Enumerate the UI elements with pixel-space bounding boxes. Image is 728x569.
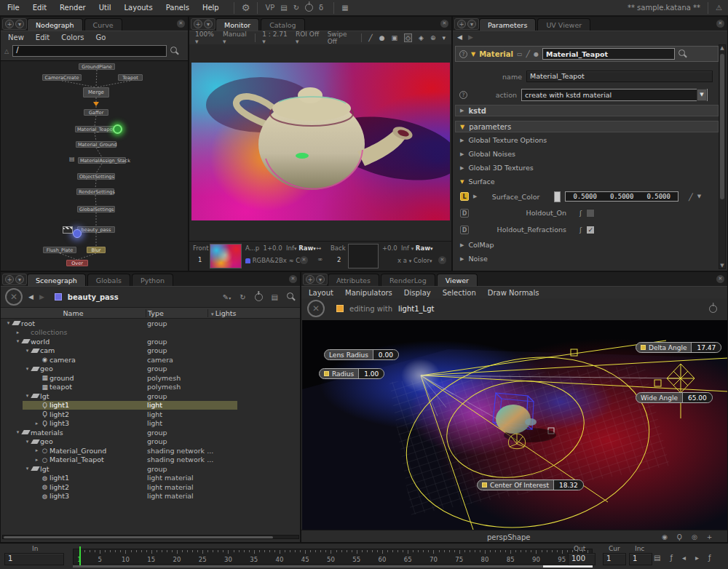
help-icon[interactable]: ? [459, 91, 467, 99]
menu-item-util[interactable]: Util [99, 4, 111, 12]
menu-item-layout[interactable]: Layout [309, 289, 333, 297]
in-frame-field[interactable]: 1 [4, 553, 64, 565]
collapsed-triangle-icon[interactable]: ▶ [460, 165, 464, 171]
manipulator-pill-delta-angle[interactable]: Delta Angle17.47 [636, 342, 721, 353]
pill-value[interactable]: 17.47 [691, 343, 721, 352]
loop-icon[interactable]: ↻ [293, 4, 299, 12]
expander-open-icon[interactable]: ▾ [24, 393, 31, 399]
tab-parameters[interactable]: Parameters [479, 18, 536, 31]
comment-icon[interactable]: ● [379, 34, 385, 41]
menu-item-help[interactable]: Help [202, 4, 219, 12]
node-materialassign-stack[interactable]: MaterialAssign_Stack [78, 157, 126, 164]
collapsed-triangle-icon[interactable]: ▶ [460, 151, 464, 157]
menu-item-layouts[interactable]: Layouts [124, 4, 153, 12]
prev-key-icon[interactable]: ƒ [670, 554, 673, 562]
scroll-down-icon[interactable]: ▼ [719, 263, 725, 268]
panel-menu-icon[interactable]: ▾ [316, 275, 325, 284]
panel-add-icon[interactable]: + [306, 275, 314, 284]
close-icon[interactable]: ✕ [716, 20, 724, 28]
scenegraph-row-materials[interactable]: ▾materialsgroup [1, 428, 300, 437]
edit-flag-icon[interactable] [73, 229, 82, 238]
rename-icon[interactable]: ▭ [517, 51, 523, 57]
scenegraph-row-geo[interactable]: ▾geogroup [1, 365, 300, 374]
power-icon[interactable] [305, 4, 313, 12]
expanded-triangle-icon[interactable]: ▼ [460, 124, 464, 130]
fit-view-icon[interactable]: ◇ [404, 33, 412, 42]
help-icon[interactable]: ? [459, 50, 467, 58]
param-row-global-3d-textures[interactable]: ▶Global 3D Textures [460, 161, 716, 175]
menu-item-go[interactable]: Go [96, 33, 106, 41]
menu-item-panels[interactable]: Panels [166, 4, 189, 12]
add-view-icon[interactable]: + [707, 533, 713, 541]
expression-pen-icon[interactable]: ╱ [689, 193, 693, 201]
param-row-holdout-on[interactable]: DHoldout_Onʃ [460, 204, 716, 221]
monitor-control-swipe-off[interactable]: Swipe Off [328, 31, 355, 45]
scenegraph-row-light2[interactable]: ◍light2light material [1, 482, 300, 492]
horizontal-scrollbar[interactable] [2, 535, 299, 539]
tab-python[interactable]: Python [132, 274, 173, 286]
scrollbar-handle[interactable] [720, 54, 724, 199]
node-gaffer[interactable]: Gaffer [84, 109, 108, 116]
panel-add-icon[interactable]: + [5, 275, 14, 284]
nodegraph-canvas[interactable]: GroundPlaneCameraCreateTeapotMergeGaffer… [1, 60, 188, 271]
close-icon[interactable]: ✕ [177, 20, 185, 28]
expander-open-icon[interactable]: ▾ [24, 348, 31, 354]
out-frame-field[interactable]: 100 [568, 553, 596, 565]
node-name-field[interactable]: Material_Teapot [542, 48, 675, 60]
node-blur[interactable]: Blur [87, 247, 106, 253]
close-icon[interactable]: ✕ [716, 275, 724, 283]
state-badge[interactable]: L [460, 192, 469, 201]
slate-icon[interactable]: ▤ [272, 293, 278, 301]
monitor-control-1-2-71[interactable]: 1 : 2.71 ▾ [262, 31, 289, 45]
scenegraph-row-light1[interactable]: Ϙlight1light [1, 401, 300, 410]
look-through-icon[interactable]: ◉ [662, 533, 668, 541]
comment-icon[interactable]: ● [534, 51, 539, 57]
history-forward-icon[interactable]: ▶ [39, 293, 44, 301]
step-back-icon[interactable]: ◂ [682, 554, 686, 562]
scroll-up-icon[interactable]: ▲ [719, 45, 725, 51]
increment-field[interactable]: 1 [629, 553, 652, 565]
history-back-icon[interactable]: ◀ [28, 293, 33, 301]
collapsed-triangle-icon[interactable]: ▶ [473, 194, 477, 199]
back-arrow-icon[interactable]: ◀ [457, 33, 462, 41]
swap-arrows-icon[interactable]: ↔ [316, 244, 321, 252]
tab-renderlog[interactable]: RenderLog [381, 274, 435, 286]
pill-value[interactable]: 18.32 [553, 480, 583, 490]
menu-item-edit[interactable]: Edit [33, 4, 47, 12]
scenegraph-row-cam[interactable]: ▾camgroup [1, 346, 300, 356]
node-merge[interactable]: Merge [83, 87, 109, 98]
scenegraph-row-lgt[interactable]: ▾lgtgroup [1, 464, 300, 474]
warning-icon[interactable]: ⚠ [716, 4, 722, 12]
param-row-global-noises[interactable]: ▶Global Noises [460, 147, 716, 161]
film-icon[interactable]: ▦ [341, 4, 348, 12]
viewport-3d[interactable]: Lens Radius0.00Radius1.00Delta Angle17.4… [302, 320, 728, 530]
stopwatch-icon[interactable]: ʃ [579, 226, 582, 234]
tab-curve[interactable]: Curve [84, 18, 122, 31]
collapsed-triangle-icon[interactable]: ▶ [460, 256, 464, 262]
scenegraph-row-light1[interactable]: ◍light1light material [1, 474, 300, 483]
tab-attributes[interactable]: Attributes [328, 274, 379, 286]
expander-closed-icon[interactable]: ▸ [33, 447, 40, 453]
view-flag-icon[interactable] [113, 124, 122, 134]
search-icon[interactable] [170, 47, 179, 55]
camera-name[interactable]: perspShape [487, 533, 530, 541]
manipulator-pill-wide-angle[interactable]: Wide Angle65.00 [636, 392, 713, 403]
search-icon[interactable] [287, 293, 296, 301]
manipulator-pill-radius[interactable]: Radius1.00 [319, 368, 384, 379]
expanded-triangle-icon[interactable]: ▼ [460, 179, 464, 185]
scenegraph-row-light2[interactable]: Ϙlight2light [1, 410, 300, 419]
scenegraph-row-teapot[interactable]: ▦teapotpolymesh [1, 383, 300, 392]
param-row-holdout-refractions[interactable]: DHoldout_Refractionsʃ✓ [460, 221, 716, 238]
node-teapot[interactable]: Teapot [118, 74, 143, 81]
scenegraph-row-material-teapot[interactable]: ▸○Material_Teapotshading network ... [1, 455, 300, 465]
monitor-control-roi-off[interactable]: ROI Off ▾ [296, 31, 321, 45]
scenegraph-row-lgt[interactable]: ▾lgtgroup [1, 391, 300, 401]
node-groundplane[interactable]: GroundPlane [79, 63, 115, 70]
param-row-colmap[interactable]: ▶ColMap [460, 238, 716, 252]
menu-item-selection[interactable]: Selection [443, 289, 476, 297]
annotate-pen-icon[interactable]: ╱ [368, 34, 372, 41]
panel-add-icon[interactable]: + [457, 20, 466, 28]
tab-globals[interactable]: Globals [87, 274, 130, 286]
parameters-group[interactable]: ▼ parameters [455, 121, 719, 132]
panel-menu-icon[interactable]: ▾ [15, 20, 24, 28]
